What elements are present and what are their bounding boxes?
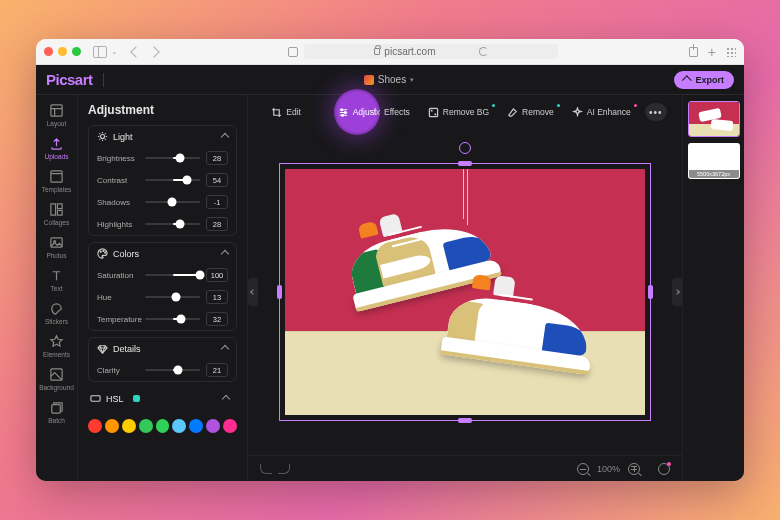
batch-icon xyxy=(49,399,65,415)
new-badge xyxy=(557,104,560,107)
rail-item-uploads[interactable]: Uploads xyxy=(36,132,78,163)
toolbar-edit[interactable]: Edit xyxy=(263,103,309,122)
rail-item-background[interactable]: Background xyxy=(36,363,78,394)
hsl-swatch[interactable] xyxy=(88,419,102,433)
clarity-value[interactable]: 21 xyxy=(206,363,228,377)
group-light: Light Brightness 28 Contrast 54 xyxy=(88,125,237,236)
project-name[interactable]: Shoes ▾ xyxy=(114,74,665,85)
slider-hue: Hue 13 xyxy=(89,286,236,308)
hsl-swatch[interactable] xyxy=(156,419,170,433)
crop-icon xyxy=(271,107,282,118)
rail-item-collages[interactable]: Collages xyxy=(36,198,78,229)
toolbar-ai-enhance[interactable]: AI Enhance xyxy=(564,103,639,122)
hsl-swatch[interactable] xyxy=(105,419,119,433)
back-button[interactable] xyxy=(130,46,141,57)
hsl-swatch-row xyxy=(88,415,237,439)
privacy-shield-icon[interactable] xyxy=(288,47,298,57)
highlights-value[interactable]: 28 xyxy=(206,217,228,231)
layers-panel: 5500x3672px xyxy=(682,95,744,481)
chevron-down-icon[interactable]: ⌄ xyxy=(111,47,118,56)
slider-contrast: Contrast 54 xyxy=(89,169,236,191)
rail-item-elements[interactable]: Elements xyxy=(36,330,78,361)
sidebar-toggle-icon[interactable] xyxy=(93,46,107,58)
reload-icon[interactable] xyxy=(479,47,488,56)
sparkle-icon xyxy=(572,107,583,118)
canvas-page[interactable] xyxy=(285,169,645,415)
toolbar-removebg[interactable]: Remove BG xyxy=(420,103,497,122)
close-window[interactable] xyxy=(44,47,53,56)
layer-thumb-canvas[interactable]: 5500x3672px xyxy=(688,143,740,179)
svg-point-9 xyxy=(100,134,104,138)
collapse-left-panel[interactable] xyxy=(248,278,258,306)
hsl-swatch[interactable] xyxy=(172,419,186,433)
minimize-window[interactable] xyxy=(58,47,67,56)
hsl-swatch[interactable] xyxy=(206,419,220,433)
divider xyxy=(103,73,104,87)
new-tab-icon[interactable]: + xyxy=(708,45,716,59)
zoom-window[interactable] xyxy=(72,47,81,56)
hsl-icon xyxy=(90,393,101,404)
svg-point-16 xyxy=(341,114,343,116)
hue-slider[interactable] xyxy=(145,296,200,298)
temperature-value[interactable]: 32 xyxy=(206,312,228,326)
group-details-header[interactable]: Details xyxy=(89,338,236,359)
hsl-swatch[interactable] xyxy=(189,419,203,433)
hsl-swatch[interactable] xyxy=(122,419,136,433)
rail-item-layout[interactable]: Layout xyxy=(36,99,78,130)
svg-rect-4 xyxy=(57,210,62,215)
resize-handle-w[interactable] xyxy=(277,285,282,299)
temperature-slider[interactable] xyxy=(145,318,200,320)
layer-thumb-image[interactable] xyxy=(688,101,740,137)
zoom-level[interactable]: 100% xyxy=(597,464,620,474)
svg-point-12 xyxy=(105,252,106,253)
canvas[interactable] xyxy=(248,129,682,455)
rail-item-templates[interactable]: Templates xyxy=(36,165,78,196)
collages-icon xyxy=(49,201,65,217)
app-logo[interactable]: Picsart xyxy=(46,71,93,88)
browser-toolbar: ⌄ picsart.com + xyxy=(36,39,744,65)
resize-handle-n[interactable] xyxy=(458,161,472,166)
share-icon[interactable] xyxy=(689,47,698,57)
chevron-up-icon xyxy=(221,344,229,352)
export-button[interactable]: Export xyxy=(674,71,734,89)
group-light-header[interactable]: Light xyxy=(89,126,236,147)
clarity-slider[interactable] xyxy=(145,369,200,371)
rail-item-photos[interactable]: Photos xyxy=(36,231,78,262)
brightness-value[interactable]: 28 xyxy=(206,151,228,165)
contrast-slider[interactable] xyxy=(145,179,200,181)
resize-handle-s[interactable] xyxy=(458,418,472,423)
chevron-up-icon xyxy=(222,394,230,402)
slider-clarity: Clarity 21 xyxy=(89,359,236,381)
hue-value[interactable]: 13 xyxy=(206,290,228,304)
stickers-icon xyxy=(49,300,65,316)
redo-button[interactable] xyxy=(278,464,290,474)
resize-handle-e[interactable] xyxy=(648,285,653,299)
brightness-slider[interactable] xyxy=(145,157,200,159)
rail-item-batch[interactable]: Batch xyxy=(36,396,78,427)
contrast-value[interactable]: 54 xyxy=(206,173,228,187)
group-colors-header[interactable]: Colors xyxy=(89,243,236,264)
rail-item-text[interactable]: Text xyxy=(36,264,78,295)
hsl-swatch[interactable] xyxy=(139,419,153,433)
saturation-slider[interactable] xyxy=(145,274,200,276)
shadows-slider[interactable] xyxy=(145,201,200,203)
saturation-value[interactable]: 100 xyxy=(206,268,228,282)
undo-button[interactable] xyxy=(260,464,272,474)
toolbar-effects[interactable]: fx Effects xyxy=(365,103,418,121)
tab-overview-icon[interactable] xyxy=(726,47,736,57)
toolbar-more[interactable]: ••• xyxy=(645,103,667,121)
address-bar[interactable]: picsart.com xyxy=(304,44,558,59)
group-hsl-header[interactable]: HSL xyxy=(88,388,237,409)
hsl-swatch[interactable] xyxy=(223,419,237,433)
forward-button[interactable] xyxy=(148,46,159,57)
canvas-settings-button[interactable] xyxy=(658,463,670,475)
rotate-handle[interactable] xyxy=(459,142,471,154)
rail-item-stickers[interactable]: Stickers xyxy=(36,297,78,328)
highlights-slider[interactable] xyxy=(145,223,200,225)
zoom-out-button[interactable] xyxy=(577,463,589,475)
toolbar-remove[interactable]: Remove xyxy=(499,103,562,122)
shadows-value[interactable]: -1 xyxy=(206,195,228,209)
collapse-right-panel[interactable] xyxy=(672,278,682,306)
browser-window: ⌄ picsart.com + Picsart xyxy=(36,39,744,481)
zoom-in-button[interactable] xyxy=(628,463,640,475)
